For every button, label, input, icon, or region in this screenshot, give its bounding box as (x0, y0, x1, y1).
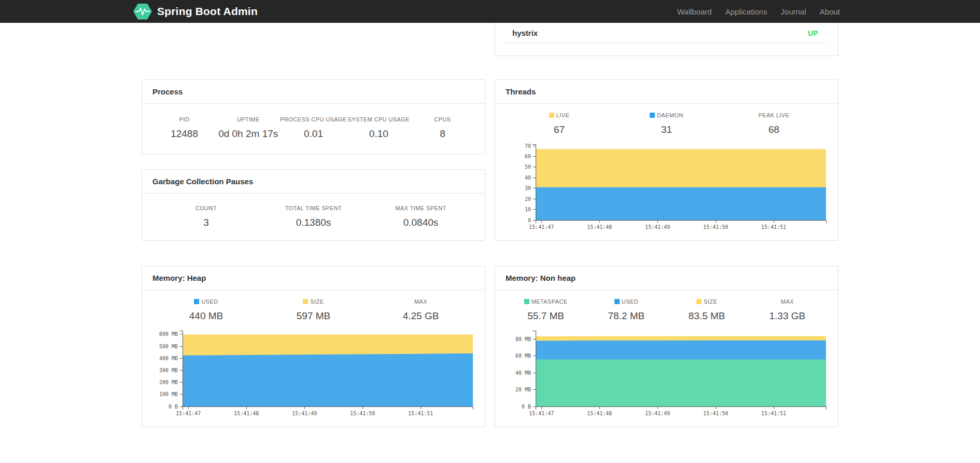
stat-value: 1.33 GB (747, 310, 828, 322)
memory-heap-chart: 0 B100 MB200 MB300 MB400 MB500 MB600 MB1… (152, 329, 475, 418)
stat-label: DAEMON (613, 112, 720, 119)
navbar: Spring Boot Admin Wallboard Applications… (0, 0, 980, 23)
x-tick-label: 15:41:50 (703, 411, 728, 416)
stat-value: 440 MB (152, 310, 260, 322)
y-tick-label: 40 (525, 175, 531, 181)
stat-value: 68 (720, 124, 828, 136)
x-tick-label: 15:41:48 (587, 224, 612, 230)
stat-nonheap-used: USED 78.2 MB (586, 298, 666, 322)
stat-value: 0d 0h 2m 17s (216, 128, 280, 140)
stat-value: 0.0840s (367, 216, 474, 229)
stat-value: 83.5 MB (667, 310, 747, 322)
card-memory-heap: Memory: Heap USED 440 MB SIZE 597 MB MAX… (142, 266, 485, 427)
legend-label: SIZE (704, 298, 717, 305)
stat-gc-count: COUNT 3 (152, 205, 260, 229)
health-item-name: hystrix (512, 28, 538, 38)
stat-pid: PID 12488 (152, 116, 216, 140)
navbar-inner: Spring Boot Admin Wallboard Applications… (133, 0, 847, 23)
y-tick-label: 40 MB (515, 370, 531, 376)
legend-label: LIVE (556, 112, 569, 118)
heap-chart-wrap: 0 B100 MB200 MB300 MB400 MB500 MB600 MB1… (142, 329, 485, 418)
stat-label: SYSTEM CPU USAGE (347, 116, 411, 123)
series-area-daemon (536, 187, 826, 220)
y-axis (179, 331, 183, 406)
nav-item-applications[interactable]: Applications (719, 7, 774, 16)
series-area-used (183, 353, 473, 406)
y-tick-label: 400 MB (159, 356, 178, 361)
stat-uptime: UPTIME 0d 0h 2m 17s (216, 116, 280, 140)
legend-swatch-icon (650, 113, 655, 118)
stat-value: 78.2 MB (586, 310, 666, 322)
x-tick-label: 15:41:48 (234, 411, 259, 416)
y-axis (533, 144, 536, 220)
stat-value: 8 (411, 128, 474, 140)
y-tick-label: 600 MB (159, 331, 178, 337)
legend-label: DAEMON (657, 112, 683, 118)
stat-value: 0.01 (280, 128, 346, 140)
stat-gc-total-time: TOTAL TIME SPENT 0.1380s (260, 205, 367, 229)
pulse-line-icon (134, 4, 151, 19)
stat-value: 67 (506, 124, 613, 136)
left-column: Process PID 12488 UPTIME 0d 0h 2m 17s PR… (142, 23, 485, 427)
legend-label: MAX (414, 298, 427, 305)
legend-label: USED (201, 298, 218, 305)
stat-system-cpu: SYSTEM CPU USAGE 0.10 (347, 116, 411, 140)
y-tick-label: 0 (528, 217, 531, 223)
card-threads: Threads LIVE 67 DAEMON 31 PEAK LIVE 68 0… (495, 79, 838, 241)
stat-label: LIVE (506, 112, 613, 119)
stat-gc-max-time: MAX TIME SPENT 0.0840s (367, 205, 474, 229)
y-tick-label: 20 (525, 196, 531, 202)
stat-heap-size: SIZE 597 MB (260, 298, 367, 322)
x-tick-label: 15:41:49 (645, 224, 670, 230)
stat-value: 597 MB (260, 310, 367, 322)
stat-threads-daemon: DAEMON 31 (613, 112, 720, 136)
stat-label: TOTAL TIME SPENT (260, 205, 367, 212)
stat-heap-used: USED 440 MB (152, 298, 260, 322)
x-tick-label: 15:41:47 (529, 411, 554, 416)
legend-swatch-icon (614, 299, 620, 304)
health-row-wrap: hystrix UP (506, 23, 828, 43)
x-tick-label: 15:41:49 (292, 411, 317, 416)
chart-areas (536, 336, 826, 407)
y-tick-label: 300 MB (159, 367, 178, 373)
stat-nonheap-size: SIZE 83.5 MB (667, 298, 747, 322)
stat-value: 4.25 GB (367, 310, 474, 322)
memory-nonheap-chart: 0 B20 MB40 MB60 MB80 MB15:41:4715:41:481… (506, 329, 829, 418)
pulse-logo-icon (133, 4, 152, 20)
stat-nonheap-metaspace: METASPACE 55.7 MB (506, 298, 586, 322)
legend-swatch-icon (194, 299, 199, 304)
x-tick-label: 15:41:49 (645, 411, 670, 416)
nonheap-legend-row: METASPACE 55.7 MB USED 78.2 MB SIZE 83.5… (495, 290, 838, 329)
chart-areas (536, 149, 826, 220)
right-column: hystrix UP Threads LIVE 67 DAEMON 31 PEA… (495, 23, 838, 427)
nav-links: Wallboard Applications Journal About (670, 7, 847, 16)
nav-item-wallboard[interactable]: Wallboard (670, 7, 719, 16)
legend-label: SIZE (310, 298, 324, 305)
health-row: hystrix UP (506, 23, 828, 43)
threads-legend-row: LIVE 67 DAEMON 31 PEAK LIVE 68 (495, 104, 838, 142)
y-tick-label: 200 MB (159, 379, 178, 385)
x-tick-label: 15:41:51 (761, 224, 786, 230)
nav-item-about[interactable]: About (813, 7, 847, 16)
stat-label: PROCESS CPU USAGE (280, 116, 346, 123)
brand-link[interactable]: Spring Boot Admin (133, 4, 258, 20)
y-tick-label: 80 MB (515, 336, 531, 342)
y-tick-label: 10 (525, 207, 531, 212)
brand-title: Spring Boot Admin (157, 5, 258, 18)
y-tick-label: 500 MB (159, 344, 178, 349)
card-memory-nonheap: Memory: Non heap METASPACE 55.7 MB USED … (495, 266, 838, 427)
legend-label: METASPACE (531, 298, 568, 305)
stat-label: UPTIME (216, 116, 280, 123)
x-axis (536, 406, 826, 410)
chart-areas (183, 335, 473, 406)
status-badge: UP (808, 29, 818, 37)
nonheap-chart-wrap: 0 B20 MB40 MB60 MB80 MB15:41:4715:41:481… (495, 329, 838, 418)
stat-label: SIZE (260, 298, 367, 305)
legend-swatch-icon (524, 299, 529, 304)
stat-label: USED (152, 298, 260, 305)
stat-label: SIZE (667, 298, 747, 305)
nav-item-journal[interactable]: Journal (774, 7, 813, 16)
legend-swatch-icon (549, 113, 554, 118)
y-tick-label: 20 MB (515, 387, 531, 392)
x-tick-label: 15:41:47 (529, 224, 554, 230)
